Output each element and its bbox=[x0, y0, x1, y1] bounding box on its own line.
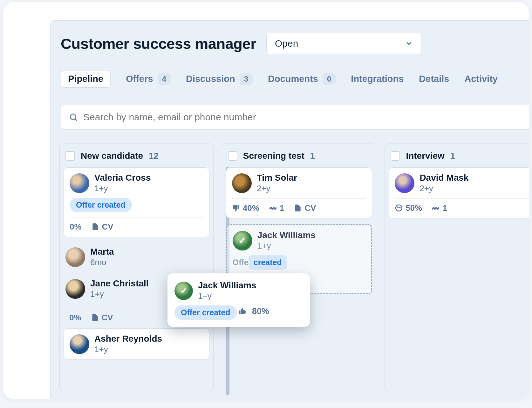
tab-details[interactable]: Details bbox=[419, 74, 449, 84]
score-percent: 0% bbox=[69, 313, 81, 323]
handshake-count: 1 bbox=[432, 203, 447, 213]
chevron-down-icon bbox=[405, 40, 413, 47]
candidate-card[interactable]: Valeria Cross 1+y Offer created 0% CV bbox=[64, 167, 209, 237]
candidate-tenure: 1+y bbox=[90, 289, 149, 299]
card-footer: 0% CV bbox=[70, 217, 203, 232]
document-icon bbox=[91, 313, 99, 322]
candidate-tenure: 2+y bbox=[257, 184, 297, 193]
tab-count: 4 bbox=[158, 73, 171, 85]
avatar bbox=[232, 173, 252, 193]
avatar bbox=[395, 173, 414, 193]
tab-activity[interactable]: Activity bbox=[464, 74, 498, 84]
tab-documents[interactable]: Documents 0 bbox=[268, 73, 336, 85]
column-screening-test: Screening test 1 Tim Solar 2+y 40% bbox=[222, 144, 377, 391]
tab-integrations[interactable]: Integrations bbox=[351, 74, 404, 84]
avatar bbox=[233, 231, 252, 251]
handshake-icon bbox=[432, 204, 440, 212]
column-header: Screening test 1 bbox=[226, 148, 372, 167]
cv-link[interactable]: CV bbox=[91, 222, 113, 232]
column-header: Interview 1 bbox=[389, 148, 529, 167]
column-count: 1 bbox=[450, 151, 455, 161]
candidate-name: Asher Reynolds bbox=[94, 334, 162, 344]
tab-label: Discussion bbox=[186, 74, 235, 84]
column-interview: Interview 1 David Mask 2+y 50% bbox=[385, 144, 529, 391]
column-title: Interview bbox=[406, 151, 444, 161]
svg-point-3 bbox=[398, 207, 398, 208]
tab-label: Pipeline bbox=[68, 74, 103, 84]
document-icon bbox=[294, 204, 302, 212]
header: Customer success manager Open bbox=[51, 33, 529, 54]
candidate-tenure: 1+y bbox=[94, 344, 162, 354]
score-percent: 50% bbox=[395, 203, 422, 213]
offer-created-tag: Offer created bbox=[70, 198, 132, 212]
avatar bbox=[174, 282, 193, 300]
search-icon bbox=[69, 112, 78, 122]
search-input[interactable] bbox=[83, 112, 523, 123]
score-percent: 40% bbox=[232, 203, 259, 213]
candidate-name: Jack Williams bbox=[198, 280, 256, 291]
clock-icon bbox=[395, 204, 403, 212]
avatar bbox=[65, 279, 85, 299]
handshake-count: 1 bbox=[269, 203, 284, 213]
candidate-name: Valeria Cross bbox=[94, 173, 151, 183]
svg-point-0 bbox=[70, 114, 76, 120]
candidate-name: David Mask bbox=[419, 173, 468, 183]
svg-point-2 bbox=[396, 205, 402, 211]
tab-label: Activity bbox=[464, 74, 498, 84]
tab-discussion[interactable]: Discussion 3 bbox=[186, 73, 253, 85]
tabs: Pipeline Offers 4 Discussion 3 Documents… bbox=[51, 70, 529, 88]
app-window: Customer success manager Open Pipeline O… bbox=[3, 2, 529, 399]
svg-point-4 bbox=[400, 207, 400, 208]
candidate-tenure: 2+y bbox=[419, 184, 468, 193]
cv-link[interactable]: CV bbox=[294, 203, 316, 213]
column-checkbox[interactable] bbox=[65, 151, 75, 161]
candidate-list-item[interactable]: Marta 6mo bbox=[64, 243, 209, 271]
offer-created-tag: Offer created bbox=[174, 305, 237, 320]
candidate-name: Marta bbox=[90, 247, 114, 257]
candidate-name: Jack Williams bbox=[257, 230, 316, 240]
candidate-tenure: 1+y bbox=[198, 291, 256, 301]
column-count: 1 bbox=[310, 151, 315, 161]
thumbs-up-icon bbox=[238, 307, 246, 315]
search-row bbox=[61, 105, 529, 130]
thumbs-down-icon bbox=[232, 204, 240, 212]
candidate-tenure: 1+y bbox=[257, 241, 316, 251]
column-checkbox[interactable] bbox=[391, 151, 400, 161]
avatar bbox=[70, 173, 89, 193]
tab-offers[interactable]: Offers 4 bbox=[126, 73, 171, 85]
offer-tag-right: created bbox=[249, 255, 287, 270]
thumb-score: 80% bbox=[238, 306, 269, 316]
card-footer: 50% 1 bbox=[395, 198, 529, 213]
page-title: Customer success manager bbox=[61, 35, 256, 52]
offer-tag-left: Offe bbox=[233, 258, 249, 267]
candidate-name: Tim Solar bbox=[257, 173, 297, 183]
status-value: Open bbox=[275, 38, 298, 49]
column-title: Screening test bbox=[243, 151, 304, 161]
tab-count: 0 bbox=[323, 73, 336, 85]
candidate-card[interactable]: Tim Solar 2+y 40% 1 CV bbox=[226, 167, 372, 218]
column-checkbox[interactable] bbox=[228, 151, 237, 161]
handshake-icon bbox=[269, 204, 277, 212]
cv-link[interactable]: CV bbox=[91, 313, 113, 323]
candidate-tenure: 1+y bbox=[94, 184, 151, 193]
avatar bbox=[70, 334, 89, 354]
candidate-card[interactable]: David Mask 2+y 50% 1 bbox=[389, 167, 529, 218]
svg-line-1 bbox=[75, 119, 77, 121]
score-percent: 0% bbox=[70, 222, 82, 232]
dragging-card[interactable]: Jack Williams 1+y Offer created 80% bbox=[167, 273, 310, 327]
search-box[interactable] bbox=[61, 105, 529, 130]
candidate-tenure: 6mo bbox=[90, 258, 114, 267]
status-select[interactable]: Open bbox=[266, 33, 421, 54]
column-new-candidate: New candidate 12 Valeria Cross 1+y Offer… bbox=[59, 144, 214, 391]
tab-pipeline[interactable]: Pipeline bbox=[61, 70, 111, 88]
column-count: 12 bbox=[149, 151, 159, 161]
kanban-board: New candidate 12 Valeria Cross 1+y Offer… bbox=[59, 144, 529, 391]
column-title: New candidate bbox=[81, 151, 143, 161]
tab-label: Details bbox=[419, 74, 449, 84]
document-icon bbox=[91, 223, 99, 231]
tab-count: 3 bbox=[240, 73, 253, 85]
tab-label: Offers bbox=[126, 74, 153, 84]
card-footer: 40% 1 CV bbox=[232, 198, 366, 213]
candidate-name: Jane Christall bbox=[90, 278, 149, 289]
candidate-card[interactable]: Asher Reynolds 1+y bbox=[64, 328, 209, 360]
